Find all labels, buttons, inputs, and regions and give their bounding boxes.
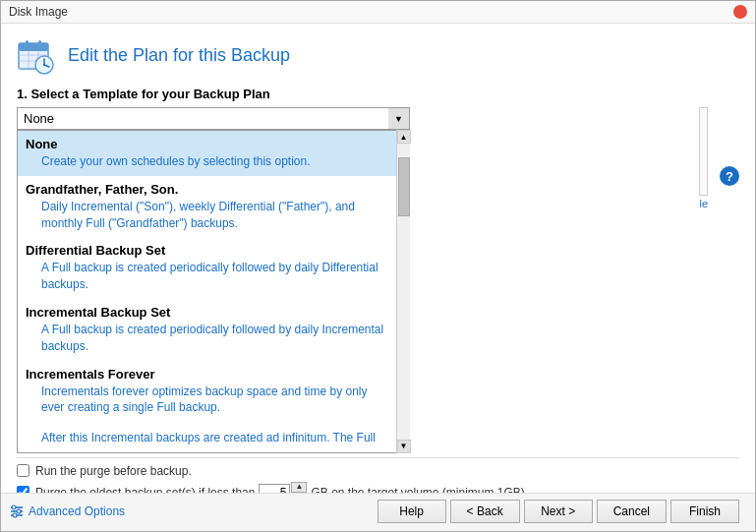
item-title: Differential Backup Set [26,243,388,258]
next-button[interactable]: Next > [524,500,593,523]
dropdown-list-container: None Create your own schedules by select… [17,130,410,453]
item-title: Incrementals Forever [26,367,388,382]
left-column: ▼ None Create your own schedules by sele… [17,107,681,453]
item-desc: Incrementals forever optimizes backup sp… [26,384,388,417]
step-label: 1. Select a Template for your Backup Pla… [17,87,739,101]
svg-rect-1 [19,43,48,51]
page-title: Edit the Plan for this Backup [68,45,290,66]
purge-gb-spinbox[interactable] [259,484,290,493]
list-item[interactable]: Differential Backup Set A Full backup is… [18,237,396,299]
purge-oldest-label-suffix: GB on the target volume (minimum 1GB) [311,486,524,493]
dropdown-arrow-icon[interactable]: ▼ [388,107,410,130]
svg-rect-7 [38,40,41,47]
svg-point-18 [13,513,17,517]
help-button[interactable]: Help [378,500,446,523]
purge-oldest-row: Purge the oldest backup set(s) if less t… [17,482,739,493]
footer-bar: Advanced Options Help < Back Next > Canc… [1,493,755,531]
back-button[interactable]: < Back [450,500,520,523]
help-icon[interactable]: ? [720,166,739,186]
bottom-options: Run the purge before backup. Purge the o… [17,457,739,493]
dropdown-list: None Create your own schedules by select… [17,130,396,453]
window-title: Disk Image [9,5,68,19]
scroll-up-button[interactable]: ▲ [397,130,411,144]
item-desc: A Full backup is created periodically fo… [26,260,388,293]
body-area: ▼ None Create your own schedules by sele… [17,107,739,453]
advanced-options-label: Advanced Options [29,504,125,518]
scroll-thumb[interactable] [398,157,410,216]
advanced-options-link[interactable]: Advanced Options [9,503,125,519]
list-item[interactable]: Grandfather, Father, Son. Daily Incremen… [18,176,396,238]
scroll-down-button[interactable]: ▼ [397,440,411,453]
main-window: Disk Image [0,0,756,532]
svg-point-16 [12,505,16,509]
template-dropdown-input[interactable] [17,107,388,130]
item-desc: After this Incremental backups are creat… [26,430,388,446]
purge-oldest-label-prefix: Purge the oldest backup set(s) if less t… [35,486,255,493]
spinbox-wrapper: ▲ ▼ [259,482,307,493]
scrollbar: ▲ ▼ [396,130,410,453]
purge-before-checkbox[interactable] [17,464,29,477]
svg-point-17 [17,509,21,513]
item-desc: Daily Incremental ("Son"), weekly Differ… [26,199,388,232]
close-button[interactable] [733,5,747,19]
cancel-button[interactable]: Cancel [597,500,667,523]
list-item[interactable]: None Create your own schedules by select… [18,131,396,176]
item-title: Incremental Backup Set [26,305,388,320]
item-desc: A Full backup is created periodically fo… [26,322,388,355]
list-item[interactable]: Incremental Backup Set A Full backup is … [18,299,396,361]
svg-point-12 [43,64,45,66]
right-panel [699,107,708,196]
item-title: Grandfather, Father, Son. [26,182,388,197]
main-content: Edit the Plan for this Backup 1. Select … [1,24,755,493]
template-dropdown-wrapper: ▼ [17,107,410,130]
finish-button[interactable]: Finish [670,500,739,523]
list-item[interactable]: After this Incremental backups are creat… [18,422,396,452]
calendar-icon [17,35,56,75]
purge-before-label: Run the purge before backup. [35,464,192,478]
item-desc: Create your own schedules by selecting t… [26,153,388,170]
header-area: Edit the Plan for this Backup [17,35,739,75]
spinbox-buttons: ▲ ▼ [291,482,307,493]
item-title: None [26,137,388,151]
svg-rect-6 [26,40,29,47]
spin-up-button[interactable]: ▲ [291,482,307,493]
help-icon-area: ? [718,107,739,453]
list-item[interactable]: Incrementals Forever Incrementals foreve… [18,361,396,423]
purge-before-row: Run the purge before backup. [17,464,739,478]
title-bar: Disk Image [1,1,755,24]
right-panel-link[interactable]: le [699,198,708,209]
sliders-icon [9,503,25,519]
